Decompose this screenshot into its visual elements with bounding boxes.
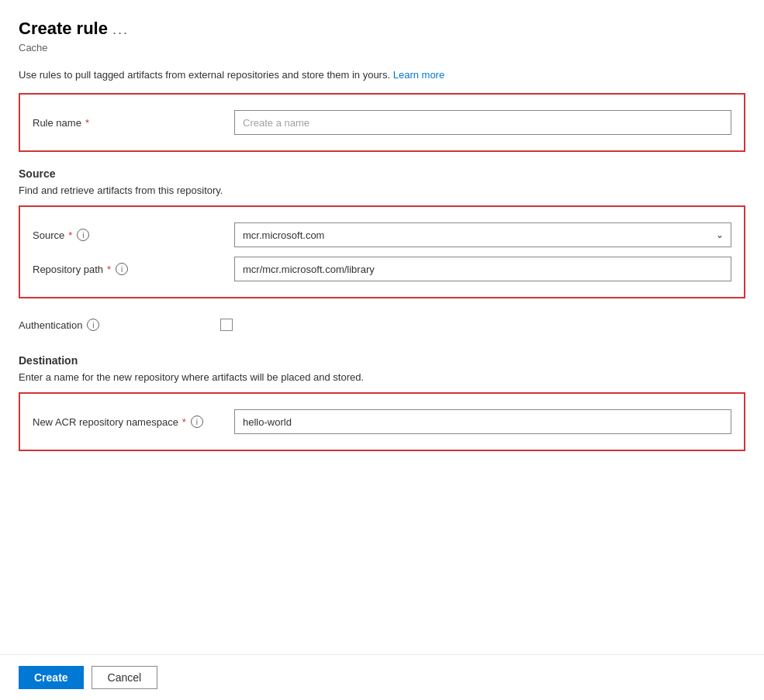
source-select[interactable]: mcr.microsoft.com docker.io ghcr.io bbox=[234, 222, 731, 247]
destination-section: New ACR repository namespace * i bbox=[19, 392, 745, 451]
source-row: Source * i mcr.microsoft.com docker.io g… bbox=[33, 218, 731, 252]
rule-name-row: Rule name * bbox=[33, 105, 731, 140]
source-required: * bbox=[68, 229, 72, 241]
auth-info-icon: i bbox=[87, 319, 99, 331]
source-info-icon: i bbox=[77, 229, 89, 241]
namespace-info-icon: i bbox=[191, 416, 203, 428]
source-label: Source * i bbox=[33, 229, 234, 241]
page-subtitle: Cache bbox=[19, 42, 745, 53]
destination-heading: Destination bbox=[19, 354, 745, 367]
learn-more-link[interactable]: Learn more bbox=[393, 69, 444, 81]
rule-name-required: * bbox=[85, 117, 89, 129]
rule-name-section: Rule name * bbox=[19, 93, 745, 152]
namespace-input[interactable] bbox=[234, 409, 731, 434]
repo-path-required: * bbox=[107, 264, 111, 275]
auth-checkbox-wrapper bbox=[220, 319, 233, 331]
source-select-wrapper: mcr.microsoft.com docker.io ghcr.io ⌄ bbox=[234, 222, 731, 247]
repo-path-row: Repository path * i bbox=[33, 252, 731, 286]
title-row: Create rule ... bbox=[19, 19, 745, 39]
page-container: Create rule ... Cache Use rules to pull … bbox=[0, 0, 764, 526]
namespace-required: * bbox=[182, 416, 186, 428]
rule-name-label: Rule name * bbox=[33, 117, 234, 129]
source-section: Source * i mcr.microsoft.com docker.io g… bbox=[19, 205, 745, 298]
source-heading: Source bbox=[19, 167, 745, 180]
repo-path-info-icon: i bbox=[116, 263, 128, 275]
repo-path-input[interactable] bbox=[234, 257, 731, 281]
cancel-button[interactable]: Cancel bbox=[92, 666, 158, 689]
destination-description: Enter a name for the new repository wher… bbox=[19, 371, 745, 383]
rule-name-input[interactable] bbox=[234, 110, 731, 135]
repo-path-label: Repository path * i bbox=[33, 263, 234, 275]
bottom-bar: Create Cancel bbox=[0, 654, 764, 700]
auth-row: Authentication i bbox=[19, 311, 745, 339]
description-text: Use rules to pull tagged artifacts from … bbox=[19, 69, 745, 81]
namespace-row: New ACR repository namespace * i bbox=[33, 405, 731, 439]
source-description: Find and retrieve artifacts from this re… bbox=[19, 184, 745, 196]
title-ellipsis: ... bbox=[112, 22, 129, 38]
page-title: Create rule bbox=[19, 19, 108, 39]
auth-label: Authentication i bbox=[19, 319, 220, 331]
auth-checkbox[interactable] bbox=[220, 319, 233, 331]
create-button[interactable]: Create bbox=[19, 666, 84, 689]
namespace-label: New ACR repository namespace * i bbox=[33, 416, 234, 428]
